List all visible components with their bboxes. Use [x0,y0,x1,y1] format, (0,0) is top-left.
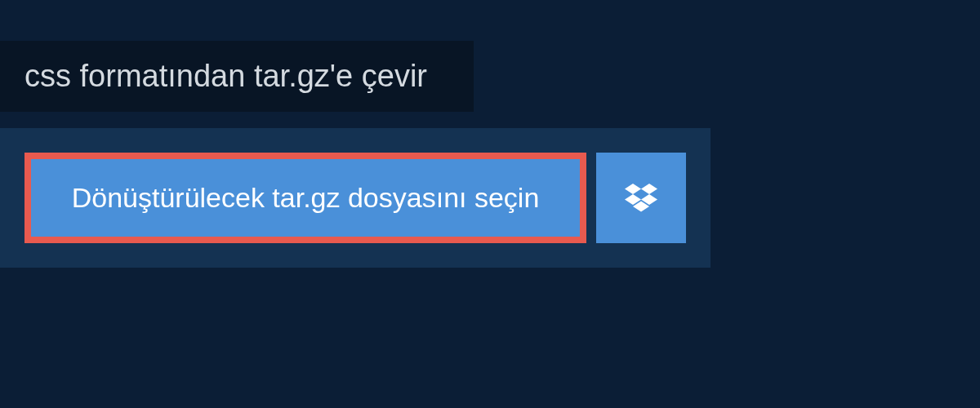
select-file-label: Dönüştürülecek tar.gz dosyasını seçin [72,182,540,214]
dropbox-button[interactable] [596,153,686,243]
page-title-text: css formatından tar.gz'e çevir [24,59,427,93]
upload-panel: Dönüştürülecek tar.gz dosyasını seçin [0,128,710,268]
dropbox-icon [625,184,657,213]
page-title: css formatından tar.gz'e çevir [0,41,474,112]
select-file-button[interactable]: Dönüştürülecek tar.gz dosyasını seçin [24,153,586,243]
